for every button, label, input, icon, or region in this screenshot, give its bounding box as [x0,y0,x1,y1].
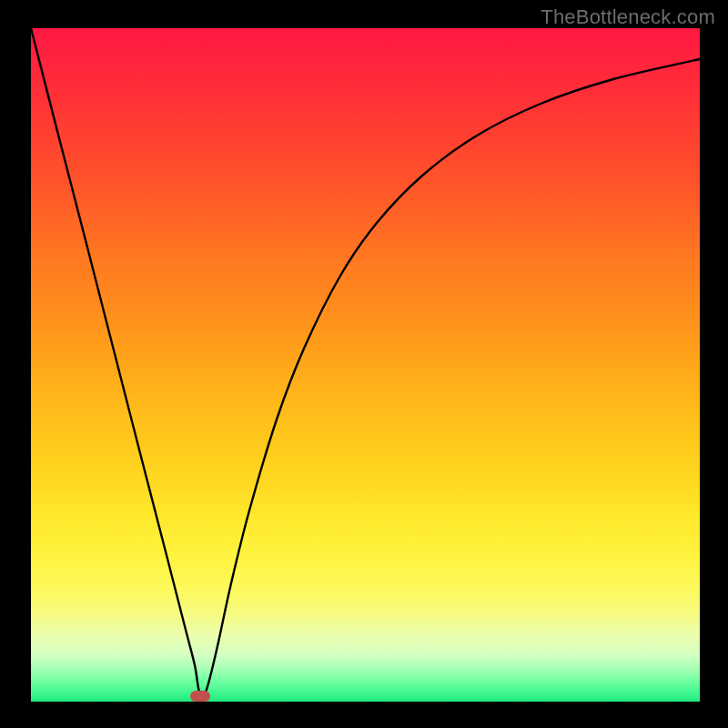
watermark-text: TheBottleneck.com [541,5,715,29]
plot-area [31,28,700,702]
bottleneck-curve [31,28,700,702]
minimum-marker [190,691,210,702]
chart-frame: TheBottleneck.com [0,0,728,728]
